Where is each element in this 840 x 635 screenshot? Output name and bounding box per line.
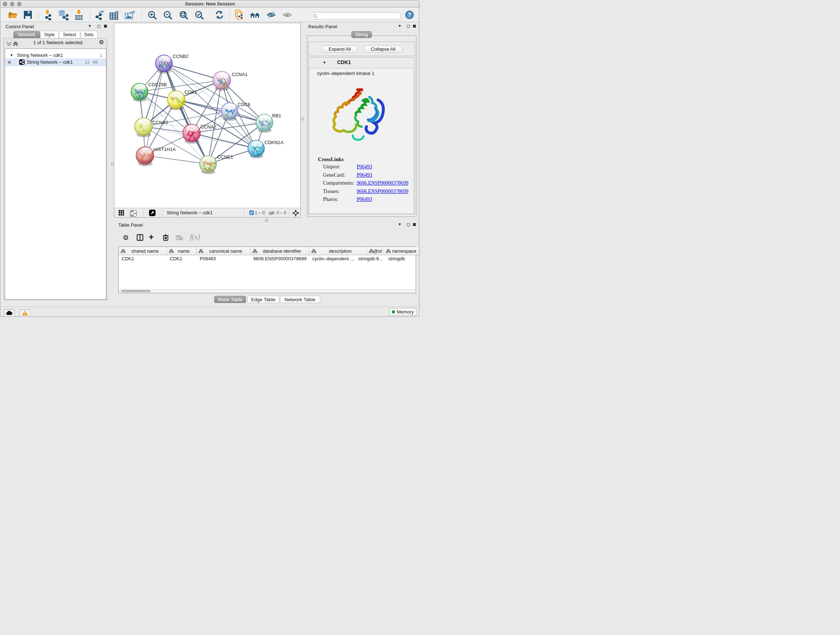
svg-text:CCNB1: CCNB1 [152, 120, 168, 125]
svg-text:?: ? [408, 12, 411, 18]
svg-text:CCNA1: CCNA1 [232, 72, 248, 77]
svg-text:CDKN1A: CDKN1A [264, 139, 284, 145]
svg-text:CCNA2: CCNA2 [201, 124, 216, 129]
svg-text:CCNB2: CCNB2 [172, 54, 188, 59]
svg-text:CDC6: CDC6 [237, 102, 250, 107]
svg-text:CDC25B: CDC25B [148, 82, 167, 87]
svg-text:CCNE1: CCNE1 [217, 154, 233, 160]
svg-text:RB1: RB1 [272, 112, 281, 118]
svg-text:CDK1: CDK1 [185, 89, 197, 95]
svg-text:HIST1H1A: HIST1H1A [153, 147, 175, 152]
